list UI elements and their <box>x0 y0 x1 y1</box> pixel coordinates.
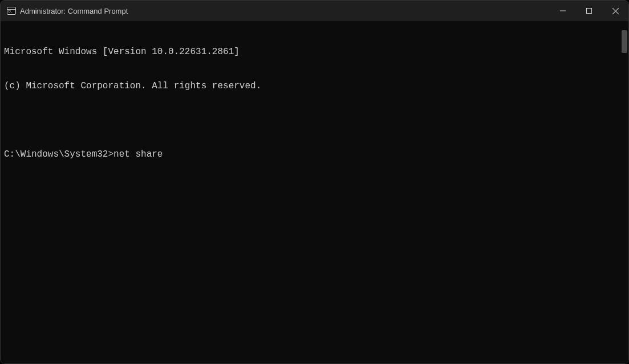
command-text: net share <box>113 149 163 160</box>
client-area: Microsoft Windows [Version 10.0.22631.28… <box>1 21 628 363</box>
maximize-icon <box>586 8 592 14</box>
scrollbar-thumb[interactable] <box>622 30 627 53</box>
vertical-scrollbar[interactable] <box>620 21 628 363</box>
window-title: Administrator: Command Prompt <box>18 7 550 15</box>
terminal-output[interactable]: Microsoft Windows [Version 10.0.22631.28… <box>1 21 620 363</box>
minimize-button[interactable] <box>550 1 576 21</box>
prompt-line: C:\Windows\System32>net share <box>4 149 617 160</box>
maximize-button[interactable] <box>576 1 602 21</box>
window-controls <box>550 1 628 21</box>
command-prompt-window: Administrator: Command Prompt Microsoft … <box>0 0 629 364</box>
close-icon <box>612 8 619 14</box>
version-line: Microsoft Windows [Version 10.0.22631.28… <box>4 46 617 58</box>
copyright-line: (c) Microsoft Corporation. All rights re… <box>4 80 617 92</box>
blank-line <box>4 114 617 126</box>
minimize-icon <box>560 8 566 14</box>
close-button[interactable] <box>602 1 628 21</box>
svg-rect-1 <box>587 9 592 14</box>
app-icon-slot <box>1 7 18 15</box>
command-prompt-icon <box>7 7 16 15</box>
prompt-text: C:\Windows\System32> <box>4 149 113 160</box>
titlebar[interactable]: Administrator: Command Prompt <box>1 1 628 21</box>
